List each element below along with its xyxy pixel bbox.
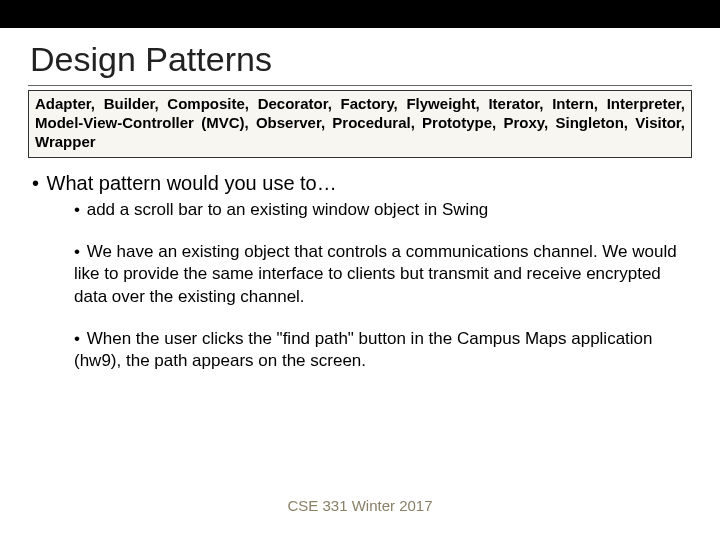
slide-content: Design Patterns Adapter, Builder, Compos… [0,28,720,372]
sub-item-1-text: add a scroll bar to an existing window o… [87,200,489,219]
sub-item-3-text: When the user clicks the "find path" but… [74,329,653,370]
main-question-text: What pattern would you use to… [47,172,337,194]
title-underline [28,85,692,86]
patterns-box: Adapter, Builder, Composite, Decorator, … [28,90,692,158]
patterns-list-text: Adapter, Builder, Composite, Decorator, … [35,95,685,151]
sub-item-1: add a scroll bar to an existing window o… [74,199,692,221]
sub-item-2-text: We have an existing object that controls… [74,242,677,305]
sub-item-2: We have an existing object that controls… [74,241,692,307]
footer: CSE 331 Winter 2017 [0,497,720,514]
main-question: What pattern would you use to… [32,172,692,195]
top-bar [0,0,720,28]
sub-item-3: When the user clicks the "find path" but… [74,328,692,372]
slide-title: Design Patterns [28,40,692,79]
sub-bullet-list: add a scroll bar to an existing window o… [74,199,692,372]
